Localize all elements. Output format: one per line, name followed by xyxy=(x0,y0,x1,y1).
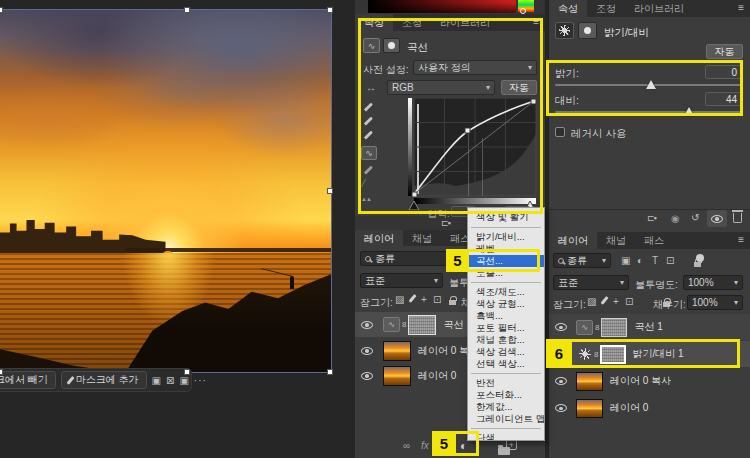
menu-item-black-white[interactable]: 흑백... xyxy=(468,310,544,322)
layer-thumbnail[interactable] xyxy=(383,366,411,386)
layer-style-icon[interactable] xyxy=(421,440,429,451)
filter-pixel-layers-icon[interactable] xyxy=(621,255,630,266)
layer-row-brightness-contrast[interactable]: 밝기/대비 1 xyxy=(549,341,750,367)
legacy-checkbox[interactable] xyxy=(555,127,565,137)
contrast-value[interactable]: 44 xyxy=(705,92,742,106)
histogram-toggle-icon[interactable] xyxy=(361,196,371,202)
reset-adjustment-icon[interactable] xyxy=(691,212,699,223)
lock-transparency-icon[interactable] xyxy=(587,296,596,307)
lock-move-icon[interactable]: + xyxy=(421,294,427,305)
menu-item-color-lookup[interactable]: 색상 검색... xyxy=(468,346,544,358)
layer-name[interactable]: 레이어 0 xyxy=(610,401,648,415)
preset-select[interactable]: 사용자 정의 xyxy=(413,60,537,75)
delete-adjustment-icon[interactable] xyxy=(733,213,742,223)
menu-item-gradient-map[interactable]: 그레이디언트 맵... xyxy=(468,413,544,425)
channel-select[interactable]: RGB xyxy=(387,80,495,95)
layer-row-copy[interactable]: 레이어 0 복사 xyxy=(549,368,750,394)
clip-to-layer-icon[interactable] xyxy=(647,213,656,223)
tab-paths[interactable]: 패스 xyxy=(635,232,673,249)
layer-mask-thumbnail[interactable] xyxy=(601,318,627,337)
selection-handle[interactable] xyxy=(184,369,190,375)
menu-item-color-balance[interactable]: 색상 균형... xyxy=(468,298,544,310)
tab-properties[interactable]: 속성 xyxy=(355,14,393,31)
menu-item-selective-color[interactable]: 선택 색상... xyxy=(468,358,544,370)
tab-adjustments[interactable]: 조정 xyxy=(587,0,625,17)
blend-mode-select[interactable]: 표준 xyxy=(553,275,629,290)
brightness-value[interactable]: 0 xyxy=(705,65,742,79)
visibility-eye-icon[interactable] xyxy=(555,377,567,385)
menu-item-threshold[interactable]: 한계값... xyxy=(468,401,544,413)
color-field[interactable] xyxy=(368,0,516,13)
blend-mode-select[interactable]: 표준 xyxy=(360,273,443,288)
visibility-eye-icon[interactable] xyxy=(555,404,567,412)
document-image[interactable] xyxy=(0,10,331,372)
tab-adjustments[interactable]: 조정 xyxy=(393,14,431,31)
visibility-eye-icon[interactable] xyxy=(361,321,373,329)
menu-item-exposure[interactable]: 노출... xyxy=(468,267,544,279)
opacity-select[interactable]: 100% xyxy=(683,275,743,290)
filter-toggle-icon[interactable] xyxy=(696,254,704,262)
filter-smart-object-icon[interactable] xyxy=(694,262,701,267)
menu-item-posterize[interactable]: 포스터화... xyxy=(468,389,544,401)
bc-auto-button[interactable]: 자동 xyxy=(706,44,743,59)
layer-mask-thumbnail[interactable] xyxy=(408,315,436,335)
layer-thumbnail[interactable] xyxy=(576,372,603,391)
copy-selection-icon[interactable] xyxy=(152,372,161,388)
layer-name[interactable]: 레이어 0 xyxy=(418,369,456,383)
curves-auto-button[interactable]: 자동 xyxy=(501,80,537,95)
tab-channels[interactable]: 채널 xyxy=(597,232,635,249)
contrast-slider-thumb[interactable] xyxy=(684,107,694,116)
selection-handle[interactable] xyxy=(327,188,333,194)
white-point-eyedropper-icon[interactable] xyxy=(364,130,373,139)
gray-point-eyedropper-icon[interactable] xyxy=(364,116,373,125)
visibility-eye-icon[interactable] xyxy=(555,323,567,331)
layer-name[interactable]: 밝기/대비 1 xyxy=(632,347,683,361)
fill-select[interactable]: 100% xyxy=(687,295,743,310)
filter-type-layers-icon[interactable] xyxy=(652,255,658,266)
view-previous-state-icon[interactable]: ◉ xyxy=(671,213,680,224)
layer-name[interactable]: 곡선 1 xyxy=(634,320,662,334)
lock-paint-icon[interactable] xyxy=(408,294,416,303)
menu-item-brightness-contrast[interactable]: 밝기/대비... xyxy=(468,231,544,243)
menu-item-hue-saturation[interactable]: 색조/채도... xyxy=(468,286,544,298)
lock-paint-icon[interactable] xyxy=(600,296,608,305)
visibility-eye-icon[interactable] xyxy=(361,372,373,380)
menu-item-curves[interactable]: 곡선... xyxy=(468,255,544,267)
lock-move-icon[interactable]: + xyxy=(613,296,619,307)
lock-transparency-icon[interactable] xyxy=(395,294,404,305)
clip-to-layer-icon[interactable] xyxy=(441,218,450,228)
layer-filter-select[interactable]: 종류 xyxy=(553,253,611,268)
layer-filter-select[interactable]: 종류 xyxy=(360,251,455,266)
new-adjustment-layer-icon[interactable] xyxy=(460,439,467,453)
tab-channels[interactable]: 채널 xyxy=(403,230,441,246)
invert-selection-icon[interactable] xyxy=(166,372,174,388)
selection-handle[interactable] xyxy=(327,369,333,375)
selection-handle[interactable] xyxy=(0,7,3,13)
brightness-slider[interactable] xyxy=(555,84,743,86)
layer-mask-thumbnail[interactable] xyxy=(600,345,626,364)
panel-menu-icon[interactable] xyxy=(738,234,744,245)
menu-item-channel-mixer[interactable]: 채널 혼합... xyxy=(468,334,544,346)
layer-mask-icon[interactable] xyxy=(578,22,597,39)
targeted-adjustment-icon[interactable] xyxy=(363,80,379,95)
black-point-eyedropper-icon[interactable] xyxy=(364,102,373,111)
filter-adjustment-layers-icon[interactable] xyxy=(637,255,643,266)
menu-item-invert[interactable]: 반전 xyxy=(468,377,544,389)
brightness-slider-thumb[interactable] xyxy=(646,80,656,89)
selection-handle[interactable] xyxy=(0,369,3,375)
filter-shape-layers-icon[interactable] xyxy=(666,255,674,266)
tab-layers[interactable]: 레이어 xyxy=(549,232,597,249)
smooth-tool-icon[interactable]: ⁄ xyxy=(363,178,365,189)
menu-item-photo-filter[interactable]: 포토 필터... xyxy=(468,322,544,334)
pencil-tool-icon[interactable] xyxy=(364,165,373,174)
selection-handle[interactable] xyxy=(327,7,333,13)
lock-all-icon[interactable] xyxy=(449,300,456,305)
edit-points-tool-icon[interactable] xyxy=(361,146,377,160)
tab-libraries[interactable]: 라이브러리 xyxy=(625,0,693,17)
tab-libraries[interactable]: 라이브러리 xyxy=(431,14,499,31)
add-to-mask-button[interactable]: 마스크에 추가 xyxy=(61,371,147,389)
menu-item-solid-color[interactable]: 단색... xyxy=(468,432,544,441)
layer-row-base[interactable]: 레이어 0 xyxy=(549,395,750,421)
toggle-visibility-button[interactable] xyxy=(707,210,727,227)
more-options-icon[interactable] xyxy=(194,372,207,388)
